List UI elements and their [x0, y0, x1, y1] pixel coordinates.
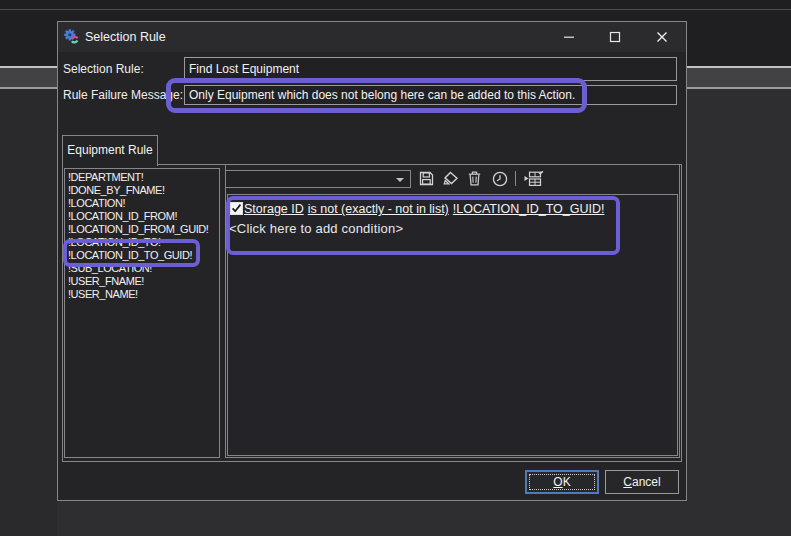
list-item[interactable]: !DONE_BY_FNAME! [65, 184, 219, 197]
ok-button[interactable]: OK [525, 470, 599, 494]
grid-edit-icon [522, 170, 544, 187]
list-item[interactable]: !USER_NAME! [65, 288, 219, 301]
cancel-button-label: Cancel [623, 475, 660, 489]
eraser-icon [442, 171, 459, 186]
background-app-left-panel [0, 89, 57, 536]
save-icon [419, 171, 434, 186]
list-item[interactable]: !DEPARTMENT! [65, 171, 219, 184]
annotation-rect-failure-message [166, 78, 587, 113]
tab-equipment-rule[interactable]: Equipment Rule [62, 135, 158, 166]
chevron-down-icon [396, 178, 404, 182]
edit-grid-button[interactable] [521, 170, 545, 187]
annotation-rect-condition [226, 196, 620, 255]
dialog-title: Selection Rule [85, 22, 166, 52]
filter-combo[interactable] [225, 170, 411, 188]
maximize-button[interactable] [592, 22, 638, 51]
dialog-titlebar[interactable]: Selection Rule [58, 22, 686, 52]
close-button[interactable] [639, 22, 685, 51]
list-item[interactable]: !LOCATION! [65, 197, 219, 210]
list-item[interactable]: !LOCATION_ID_FROM! [65, 210, 219, 223]
save-button[interactable] [418, 170, 435, 187]
selection-rule-label: Selection Rule: [63, 62, 144, 76]
fields-listbox[interactable]: !DEPARTMENT! !DONE_BY_FNAME! !LOCATION! … [64, 168, 220, 458]
history-button[interactable] [491, 170, 508, 187]
screen: Selection Rule Selection Rule: Find Lost… [0, 0, 791, 536]
delete-button[interactable] [466, 170, 483, 187]
cancel-button[interactable]: Cancel [605, 470, 679, 494]
minimize-button[interactable] [546, 22, 592, 51]
focus-rectangle [529, 474, 595, 490]
minimize-icon [563, 31, 575, 43]
clock-icon [492, 171, 508, 187]
toolbar-separator [515, 171, 516, 186]
close-icon [656, 31, 668, 43]
maximize-icon [609, 31, 621, 43]
clear-button[interactable] [442, 170, 459, 187]
list-item[interactable]: !LOCATION_ID_FROM_GUID! [65, 223, 219, 236]
list-item[interactable]: !USER_FNAME! [65, 275, 219, 288]
gears-icon [64, 29, 80, 45]
annotation-rect-list-item [63, 239, 200, 267]
background-app-divider [0, 9, 791, 10]
trash-icon [468, 171, 481, 186]
